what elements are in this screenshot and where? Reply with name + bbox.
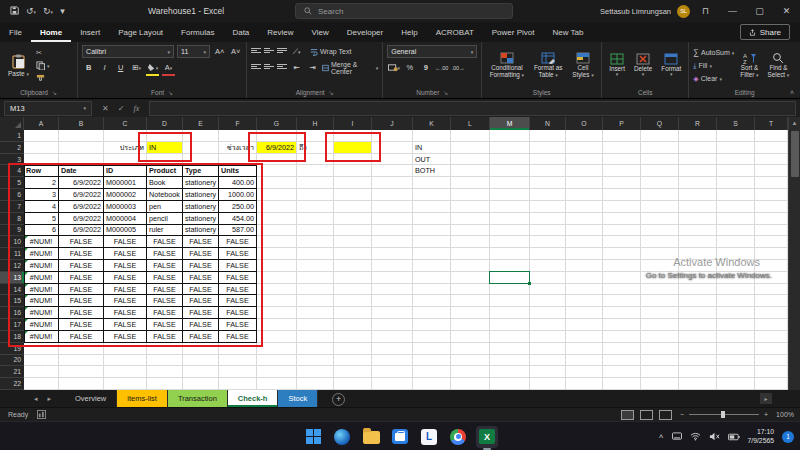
battery-icon[interactable] bbox=[728, 433, 740, 441]
cell-F3[interactable] bbox=[219, 154, 257, 166]
row-header-15[interactable]: 15 bbox=[0, 295, 24, 307]
cell-R19[interactable] bbox=[679, 343, 717, 355]
cell-I22[interactable] bbox=[334, 378, 372, 390]
cell-J11[interactable] bbox=[372, 248, 413, 260]
cell-A12[interactable]: #NUM! bbox=[24, 260, 59, 272]
cell-F11[interactable]: FALSE bbox=[219, 248, 257, 260]
find-select-button[interactable]: Find &Select ▾ bbox=[765, 45, 793, 86]
share-button[interactable]: Share bbox=[740, 24, 790, 40]
ribbon-display-options-icon[interactable]: ⊓ bbox=[692, 0, 719, 22]
cell-N21[interactable] bbox=[530, 366, 566, 378]
cell-J10[interactable] bbox=[372, 236, 413, 248]
page-break-view-icon[interactable] bbox=[659, 410, 672, 420]
cell-S10[interactable] bbox=[717, 236, 755, 248]
column-header-D[interactable]: D bbox=[147, 117, 183, 130]
cell-C7[interactable]: M000003 bbox=[104, 201, 147, 213]
cell-T7[interactable] bbox=[755, 201, 788, 213]
sort-filter-button[interactable]: AZ Sort &Filter ▾ bbox=[737, 45, 761, 86]
cell-H14[interactable] bbox=[297, 284, 334, 296]
language-indicator-icon[interactable] bbox=[672, 432, 682, 441]
row-header-12[interactable]: 12 bbox=[0, 260, 24, 272]
undo-icon[interactable]: ↺▾ bbox=[26, 6, 36, 16]
cell-G19[interactable] bbox=[257, 343, 297, 355]
align-right-icon[interactable] bbox=[277, 64, 287, 71]
cell-M20[interactable] bbox=[490, 355, 530, 367]
cell-A17[interactable]: #NUM! bbox=[24, 319, 59, 331]
cell-Q18[interactable] bbox=[641, 331, 679, 343]
cell-O16[interactable] bbox=[566, 307, 603, 319]
paste-button[interactable]: Paste ▾ bbox=[4, 45, 33, 86]
cell-E20[interactable] bbox=[183, 355, 219, 367]
cell-K7[interactable] bbox=[413, 201, 451, 213]
cell-M13[interactable] bbox=[490, 272, 530, 284]
cell-D17[interactable]: FALSE bbox=[147, 319, 183, 331]
increase-indent-icon[interactable]: ⇥ bbox=[306, 61, 319, 74]
cell-D6[interactable]: Notebook bbox=[147, 189, 183, 201]
cell-R14[interactable] bbox=[679, 284, 717, 296]
cancel-entry-icon[interactable]: ✕ bbox=[102, 104, 109, 113]
cell-E5[interactable]: stationery bbox=[183, 177, 219, 189]
autosum-button[interactable]: ∑AutoSum▾ bbox=[693, 47, 734, 58]
cell-K8[interactable] bbox=[413, 213, 451, 225]
cell-L19[interactable] bbox=[451, 343, 490, 355]
zoom-level[interactable]: 100% bbox=[776, 411, 794, 418]
cell-P21[interactable] bbox=[603, 366, 641, 378]
cell-N12[interactable] bbox=[530, 260, 566, 272]
minimize-icon[interactable]: — bbox=[719, 0, 746, 22]
cell-B15[interactable]: FALSE bbox=[59, 295, 104, 307]
zoom-thumb[interactable] bbox=[721, 411, 725, 418]
cell-F8[interactable]: 454.00 bbox=[219, 213, 257, 225]
row-header-13[interactable]: 13 bbox=[0, 272, 24, 284]
decrease-decimal-icon[interactable]: .00→ bbox=[451, 61, 464, 74]
cell-C16[interactable]: FALSE bbox=[104, 307, 147, 319]
cell-L6[interactable] bbox=[451, 189, 490, 201]
cell-J15[interactable] bbox=[372, 295, 413, 307]
cell-A2[interactable] bbox=[24, 142, 59, 154]
cell-R5[interactable] bbox=[679, 177, 717, 189]
cell-N2[interactable] bbox=[530, 142, 566, 154]
sheet-tab-check-h[interactable]: Check-h bbox=[228, 390, 279, 407]
cell-I17[interactable] bbox=[334, 319, 372, 331]
row-header-17[interactable]: 17 bbox=[0, 319, 24, 331]
cell-T3[interactable] bbox=[755, 154, 788, 166]
cell-K10[interactable] bbox=[413, 236, 451, 248]
column-header-J[interactable]: J bbox=[372, 117, 413, 130]
cell-S15[interactable] bbox=[717, 295, 755, 307]
cell-N16[interactable] bbox=[530, 307, 566, 319]
cell-B13[interactable]: FALSE bbox=[59, 272, 104, 284]
underline-button[interactable]: U bbox=[114, 61, 127, 74]
maximize-icon[interactable]: ▢ bbox=[746, 0, 773, 22]
cell-I14[interactable] bbox=[334, 284, 372, 296]
cell-P22[interactable] bbox=[603, 378, 641, 390]
vertical-scrollbar[interactable]: ▲ bbox=[788, 117, 800, 390]
cell-G16[interactable] bbox=[257, 307, 297, 319]
cell-J3[interactable] bbox=[372, 154, 413, 166]
ribbon-tab-home[interactable]: Home bbox=[31, 22, 71, 42]
clear-button[interactable]: ◈Clear▾ bbox=[693, 73, 734, 84]
cell-Q8[interactable] bbox=[641, 213, 679, 225]
cell-D5[interactable]: Book bbox=[147, 177, 183, 189]
cell-O4[interactable] bbox=[566, 165, 603, 177]
cell-S14[interactable] bbox=[717, 284, 755, 296]
cell-M5[interactable] bbox=[490, 177, 530, 189]
cell-M16[interactable] bbox=[490, 307, 530, 319]
cell-D21[interactable] bbox=[147, 366, 183, 378]
cell-J22[interactable] bbox=[372, 378, 413, 390]
cell-P16[interactable] bbox=[603, 307, 641, 319]
cell-E17[interactable]: FALSE bbox=[183, 319, 219, 331]
cell-I12[interactable] bbox=[334, 260, 372, 272]
cell-K13[interactable] bbox=[413, 272, 451, 284]
decrease-font-icon[interactable]: A˅ bbox=[229, 45, 242, 58]
microsoft-store-taskbar-icon[interactable] bbox=[389, 426, 411, 448]
cell-S22[interactable] bbox=[717, 378, 755, 390]
wifi-icon[interactable] bbox=[690, 432, 701, 441]
cell-H3[interactable] bbox=[297, 154, 334, 166]
cell-L5[interactable] bbox=[451, 177, 490, 189]
font-name-select[interactable]: Calibri▾ bbox=[82, 45, 174, 58]
zoom-slider[interactable]: − + bbox=[680, 411, 768, 418]
redo-icon[interactable]: ↻▾ bbox=[43, 6, 53, 16]
row-header-18[interactable]: 18 bbox=[0, 331, 24, 343]
cell-L10[interactable] bbox=[451, 236, 490, 248]
cell-G11[interactable] bbox=[257, 248, 297, 260]
cell-P17[interactable] bbox=[603, 319, 641, 331]
